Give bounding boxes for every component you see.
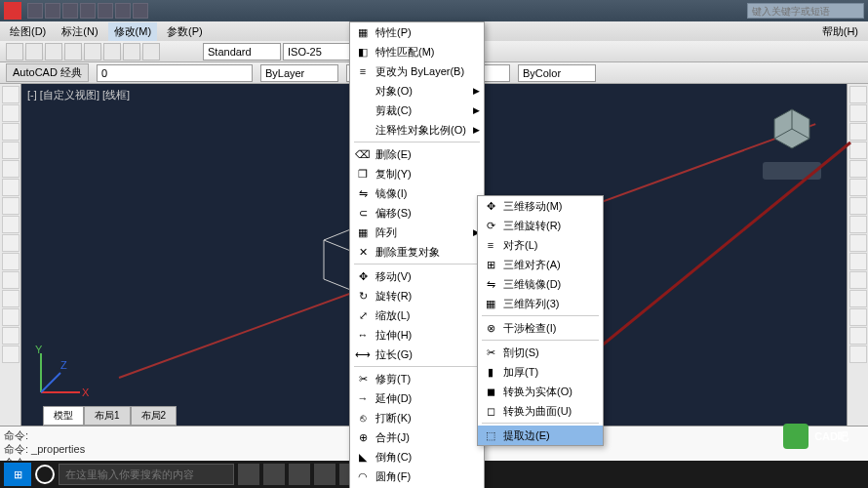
qat-btn[interactable] — [80, 3, 96, 19]
mi-fillet[interactable]: ◠圆角(F) — [350, 467, 484, 486]
mi-align[interactable]: ≡对齐(L) — [478, 235, 603, 255]
draw-tool[interactable] — [2, 197, 20, 215]
qat-btn[interactable] — [45, 3, 60, 19]
draw-tool[interactable] — [2, 327, 20, 345]
mi-object[interactable]: 对象(O)▶ — [350, 81, 484, 101]
mi-stretch[interactable]: ↔拉伸(H) — [350, 325, 484, 345]
draw-tool[interactable] — [2, 290, 20, 307]
mi-3dalign[interactable]: ⊞三维对齐(A) — [478, 255, 603, 274]
menu-draw[interactable]: 绘图(D) — [4, 22, 52, 41]
tool-btn[interactable] — [142, 43, 160, 61]
mi-slice[interactable]: ✂剖切(S) — [478, 343, 603, 362]
mi-trim[interactable]: ✂修剪(T) — [350, 369, 484, 388]
mod-tool[interactable] — [849, 327, 867, 345]
cortana-icon[interactable] — [35, 465, 55, 484]
mod-tool[interactable] — [849, 104, 867, 122]
mi-3dmove[interactable]: ✥三维移动(M) — [478, 196, 603, 216]
draw-tool[interactable] — [2, 86, 20, 103]
mi-annotative[interactable]: 注释性对象比例(O)▶ — [350, 120, 484, 140]
draw-tool[interactable] — [2, 104, 20, 122]
mi-match-props[interactable]: ◧特性匹配(M) — [350, 42, 484, 61]
qat-btn[interactable] — [133, 3, 148, 19]
tool-btn[interactable] — [25, 43, 43, 61]
taskbar-search[interactable] — [59, 464, 234, 485]
draw-tool[interactable] — [2, 179, 20, 196]
view-label[interactable]: [-] [自定义视图] [线框] — [27, 88, 130, 102]
mod-tool[interactable] — [849, 197, 867, 215]
menu-modify[interactable]: 修改(M) — [108, 22, 158, 41]
mi-array[interactable]: ▦阵列▶ — [350, 223, 484, 242]
draw-tool[interactable] — [2, 123, 20, 141]
tool-btn[interactable] — [103, 43, 121, 61]
tool-btn[interactable] — [6, 43, 23, 61]
menu-help[interactable]: 帮助(H) — [816, 22, 864, 41]
mi-rotate[interactable]: ↻旋转(R) — [350, 286, 484, 305]
draw-tool[interactable] — [2, 346, 20, 363]
mod-tool[interactable] — [849, 253, 867, 270]
help-search[interactable] — [747, 3, 864, 19]
start-button[interactable]: ⊞ — [4, 463, 31, 486]
taskbar-search-input[interactable] — [59, 465, 233, 484]
draw-tool[interactable] — [2, 234, 20, 252]
mi-3drotate[interactable]: ⟳三维旋转(R) — [478, 216, 603, 235]
draw-tool[interactable] — [2, 142, 20, 159]
mi-offset[interactable]: ⊂偏移(S) — [350, 203, 484, 223]
mod-tool[interactable] — [849, 86, 867, 103]
tab-model[interactable]: 模型 — [43, 406, 84, 426]
mi-3darray[interactable]: ▦三维阵列(3) — [478, 294, 603, 313]
qat-btn[interactable] — [27, 3, 43, 19]
draw-tool[interactable] — [2, 160, 20, 178]
tool-btn[interactable] — [45, 43, 62, 61]
mi-3dmirror[interactable]: ⇋三维镜像(D) — [478, 274, 603, 294]
workspace-label[interactable]: AutoCAD 经典 — [6, 63, 89, 82]
tab-layout2[interactable]: 布局2 — [131, 406, 178, 426]
tool-btn[interactable] — [123, 43, 140, 61]
mi-chamfer[interactable]: ◣倒角(C) — [350, 447, 484, 467]
mi-tosurface[interactable]: ◻转换为曲面(U) — [478, 401, 603, 421]
mod-tool[interactable] — [849, 123, 867, 141]
color-combo[interactable]: ByLayer — [260, 64, 338, 82]
mi-deldup[interactable]: ✕删除重复对象 — [350, 242, 484, 262]
mi-interfere[interactable]: ⊗干涉检查(I) — [478, 318, 603, 338]
nav-wheel[interactable] — [763, 162, 821, 180]
mod-tool[interactable] — [849, 179, 867, 196]
task-icon[interactable] — [314, 464, 335, 485]
qat-btn[interactable] — [62, 3, 78, 19]
mi-scale[interactable]: ⤢缩放(L) — [350, 305, 484, 325]
mi-move[interactable]: ✥移动(V) — [350, 266, 484, 286]
mi-properties[interactable]: ▦特性(P) — [350, 22, 484, 42]
mi-clip[interactable]: 剪裁(C)▶ — [350, 101, 484, 120]
mi-copy[interactable]: ❐复制(Y) — [350, 164, 484, 183]
style-combo[interactable]: Standard — [203, 43, 281, 61]
draw-tool[interactable] — [2, 253, 20, 270]
mi-tosolid[interactable]: ◼转换为实体(O) — [478, 382, 603, 401]
mod-tool[interactable] — [849, 290, 867, 307]
menu-param[interactable]: 参数(P) — [161, 22, 209, 41]
view-cube[interactable] — [767, 103, 817, 154]
mod-tool[interactable] — [849, 216, 867, 233]
mod-tool[interactable] — [849, 308, 867, 326]
mi-join[interactable]: ⊕合并(J) — [350, 427, 484, 447]
mi-mirror[interactable]: ⇋镜像(I) — [350, 183, 484, 203]
mi-thicken[interactable]: ▮加厚(T) — [478, 362, 603, 382]
qat-btn[interactable] — [98, 3, 113, 19]
mod-tool[interactable] — [849, 160, 867, 178]
task-icon[interactable] — [263, 464, 285, 485]
mi-change-bylayer[interactable]: ≡更改为 ByLayer(B) — [350, 61, 484, 81]
mod-tool[interactable] — [849, 346, 867, 363]
task-icon[interactable] — [289, 464, 310, 485]
qat-btn[interactable] — [115, 3, 131, 19]
mi-extract-edges[interactable]: ⬚提取边(E) — [478, 426, 603, 445]
tool-btn[interactable] — [84, 43, 101, 61]
mi-erase[interactable]: ⌫删除(E) — [350, 144, 484, 164]
mi-lengthen[interactable]: ⟷拉长(G) — [350, 345, 484, 364]
draw-tool[interactable] — [2, 308, 20, 326]
mod-tool[interactable] — [849, 234, 867, 252]
draw-tool[interactable] — [2, 271, 20, 289]
plot-combo[interactable]: ByColor — [518, 64, 596, 82]
layer-combo[interactable]: 0 — [97, 64, 253, 82]
task-icon[interactable] — [238, 464, 259, 485]
draw-tool[interactable] — [2, 216, 20, 233]
tab-layout1[interactable]: 布局1 — [84, 406, 131, 426]
mod-tool[interactable] — [849, 271, 867, 289]
